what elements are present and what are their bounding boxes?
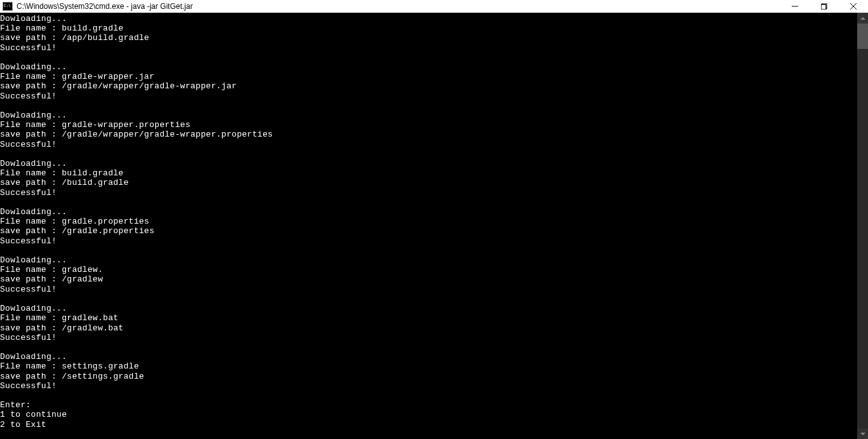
output-line: Dowloading... xyxy=(0,207,857,217)
output-line: Dowloading... xyxy=(0,62,857,72)
cmd-icon xyxy=(3,2,13,11)
blank-line xyxy=(0,294,857,304)
output-line: Successful! xyxy=(0,333,857,342)
blank-line xyxy=(0,198,857,207)
output-line: Dowloading... xyxy=(0,352,857,361)
output-line: save path : /app/build.gradle xyxy=(0,33,857,43)
output-line: Successful! xyxy=(0,285,857,294)
scrollbar[interactable] xyxy=(857,13,868,439)
blank-line xyxy=(0,246,857,255)
output-line: Dowloading... xyxy=(0,304,857,313)
output-line: save path : /gradlew.bat xyxy=(0,323,857,333)
output-line: Successful! xyxy=(0,91,857,101)
output-line: save path : /settings.gradle xyxy=(0,372,857,381)
output-line: save path : /gradle/wrapper/gradle-wrapp… xyxy=(0,81,857,91)
output-line: Successful! xyxy=(0,140,857,149)
output-line: Dowloading... xyxy=(0,159,857,168)
output-line: save path : /gradle/wrapper/gradle-wrapp… xyxy=(0,130,857,139)
blank-line xyxy=(0,391,857,400)
output-line: File name : gradlew.bat xyxy=(0,313,857,323)
window-title: C:\Windows\System32\cmd.exe - java -jar … xyxy=(17,2,193,11)
output-line: Successful! xyxy=(0,381,857,391)
output-line: save path : /gradle.properties xyxy=(0,226,857,236)
window-controls xyxy=(780,0,868,13)
output-line: Successful! xyxy=(0,236,857,246)
output-line: File name : settings.gradle xyxy=(0,361,857,371)
minimize-button[interactable] xyxy=(780,0,810,13)
output-line: File name : build.gradle xyxy=(0,24,857,33)
prompt-line: 1 to continue xyxy=(0,410,857,419)
svg-rect-2 xyxy=(821,4,826,10)
prompt-line: Enter: xyxy=(0,400,857,410)
output-line: Successful! xyxy=(0,188,857,198)
scroll-up-button[interactable] xyxy=(857,13,868,24)
output-line: File name : gradle.properties xyxy=(0,217,857,226)
titlebar-left: C:\Windows\System32\cmd.exe - java -jar … xyxy=(3,2,193,11)
output-line: save path : /gradlew xyxy=(0,274,857,284)
titlebar: C:\Windows\System32\cmd.exe - java -jar … xyxy=(0,0,868,13)
output-line: File name : gradle-wrapper.properties xyxy=(0,120,857,130)
maximize-button[interactable] xyxy=(810,0,839,13)
blank-line xyxy=(0,149,857,159)
scroll-thumb[interactable] xyxy=(857,24,868,49)
output-line: Dowloading... xyxy=(0,111,857,120)
close-button[interactable] xyxy=(839,0,868,13)
output-line: Successful! xyxy=(0,43,857,53)
output-line: File name : build.gradle xyxy=(0,168,857,178)
output-line: File name : gradle-wrapper.jar xyxy=(0,72,857,81)
output-line: File name : gradlew. xyxy=(0,265,857,274)
blank-line xyxy=(0,101,857,111)
blank-line xyxy=(0,53,857,62)
blank-line xyxy=(0,342,857,352)
output-line: Dowloading... xyxy=(0,14,857,24)
terminal-content[interactable]: Dowloading...File name : build.gradlesav… xyxy=(0,13,857,439)
prompt-line: 2 to Exit xyxy=(0,420,857,429)
scroll-down-button[interactable] xyxy=(857,428,868,439)
output-line: Dowloading... xyxy=(0,255,857,265)
output-line: save path : /build.gradle xyxy=(0,178,857,187)
terminal-area: Dowloading...File name : build.gradlesav… xyxy=(0,13,868,439)
